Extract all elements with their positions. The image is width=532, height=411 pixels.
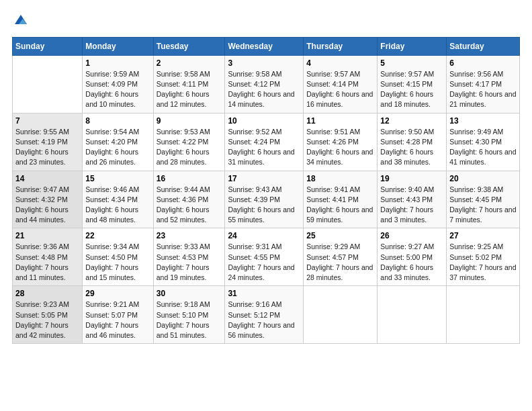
header-cell-thursday: Thursday — [304, 37, 378, 55]
calendar-cell: 7Sunrise: 9:55 AMSunset: 4:19 PMDaylight… — [13, 113, 83, 171]
calendar-cell: 25Sunrise: 9:29 AMSunset: 4:57 PMDayligh… — [304, 228, 378, 286]
day-info: Sunrise: 9:46 AMSunset: 4:34 PMDaylight:… — [85, 185, 150, 226]
calendar-cell: 5Sunrise: 9:57 AMSunset: 4:15 PMDaylight… — [378, 55, 447, 113]
day-info: Sunrise: 9:59 AMSunset: 4:09 PMDaylight:… — [85, 69, 150, 110]
header-cell-wednesday: Wednesday — [225, 37, 304, 55]
day-info: Sunrise: 9:57 AMSunset: 4:15 PMDaylight:… — [380, 69, 443, 110]
day-number: 5 — [380, 58, 443, 68]
calendar-cell: 16Sunrise: 9:44 AMSunset: 4:36 PMDayligh… — [153, 171, 225, 228]
calendar-cell: 2Sunrise: 9:58 AMSunset: 4:11 PMDaylight… — [153, 55, 225, 113]
day-number: 1 — [85, 58, 150, 68]
calendar-cell: 12Sunrise: 9:50 AMSunset: 4:28 PMDayligh… — [378, 113, 447, 171]
header-cell-tuesday: Tuesday — [153, 37, 225, 55]
header-cell-monday: Monday — [83, 37, 153, 55]
calendar-cell: 23Sunrise: 9:33 AMSunset: 4:53 PMDayligh… — [153, 228, 225, 286]
day-number: 23 — [157, 231, 222, 240]
day-number: 26 — [380, 231, 443, 240]
day-info: Sunrise: 9:52 AMSunset: 4:24 PMDaylight:… — [228, 127, 300, 168]
day-number: 14 — [15, 174, 79, 183]
day-info: Sunrise: 9:18 AMSunset: 5:10 PMDaylight:… — [157, 300, 222, 340]
logo — [12, 12, 28, 30]
day-info: Sunrise: 9:25 AMSunset: 5:02 PMDaylight:… — [449, 242, 517, 283]
day-info: Sunrise: 9:44 AMSunset: 4:36 PMDaylight:… — [157, 185, 222, 226]
day-number: 11 — [306, 116, 374, 126]
calendar-cell: 20Sunrise: 9:38 AMSunset: 4:45 PMDayligh… — [447, 171, 520, 228]
calendar-header: SundayMondayTuesdayWednesdayThursdayFrid… — [13, 37, 520, 55]
day-info: Sunrise: 9:34 AMSunset: 4:50 PMDaylight:… — [85, 242, 150, 283]
day-number: 13 — [449, 116, 517, 126]
day-info: Sunrise: 9:38 AMSunset: 4:45 PMDaylight:… — [449, 185, 517, 226]
day-info: Sunrise: 9:55 AMSunset: 4:19 PMDaylight:… — [15, 127, 79, 168]
week-row-0: 1Sunrise: 9:59 AMSunset: 4:09 PMDaylight… — [13, 55, 520, 113]
calendar-body: 1Sunrise: 9:59 AMSunset: 4:09 PMDaylight… — [13, 55, 520, 343]
day-info: Sunrise: 9:50 AMSunset: 4:28 PMDaylight:… — [380, 127, 443, 168]
day-number: 3 — [228, 58, 300, 68]
calendar-cell: 30Sunrise: 9:18 AMSunset: 5:10 PMDayligh… — [153, 286, 225, 344]
week-row-1: 7Sunrise: 9:55 AMSunset: 4:19 PMDaylight… — [13, 113, 520, 171]
day-info: Sunrise: 9:27 AMSunset: 5:00 PMDaylight:… — [380, 242, 443, 283]
day-number: 27 — [449, 231, 517, 240]
day-info: Sunrise: 9:41 AMSunset: 4:41 PMDaylight:… — [306, 185, 374, 226]
week-row-2: 14Sunrise: 9:47 AMSunset: 4:32 PMDayligh… — [13, 171, 520, 228]
day-number: 24 — [228, 231, 300, 240]
day-info: Sunrise: 9:40 AMSunset: 4:43 PMDaylight:… — [380, 185, 443, 226]
calendar-cell: 26Sunrise: 9:27 AMSunset: 5:00 PMDayligh… — [378, 228, 447, 286]
day-info: Sunrise: 9:56 AMSunset: 4:17 PMDaylight:… — [449, 69, 517, 110]
header — [12, 12, 520, 30]
header-cell-friday: Friday — [378, 37, 447, 55]
day-info: Sunrise: 9:21 AMSunset: 5:07 PMDaylight:… — [85, 300, 150, 340]
calendar-cell: 4Sunrise: 9:57 AMSunset: 4:14 PMDaylight… — [304, 55, 378, 113]
day-info: Sunrise: 9:31 AMSunset: 4:55 PMDaylight:… — [228, 242, 300, 283]
day-number: 4 — [306, 58, 374, 68]
day-number: 20 — [449, 174, 517, 183]
calendar-cell: 19Sunrise: 9:40 AMSunset: 4:43 PMDayligh… — [378, 171, 447, 228]
day-number: 6 — [449, 58, 517, 68]
calendar-cell: 17Sunrise: 9:43 AMSunset: 4:39 PMDayligh… — [225, 171, 304, 228]
day-number: 8 — [85, 116, 150, 126]
calendar-cell — [378, 286, 447, 344]
day-info: Sunrise: 9:58 AMSunset: 4:12 PMDaylight:… — [228, 69, 300, 110]
calendar-cell: 31Sunrise: 9:16 AMSunset: 5:12 PMDayligh… — [225, 286, 304, 344]
day-info: Sunrise: 9:36 AMSunset: 4:48 PMDaylight:… — [15, 242, 79, 283]
week-row-4: 28Sunrise: 9:23 AMSunset: 5:05 PMDayligh… — [13, 286, 520, 344]
calendar-cell: 24Sunrise: 9:31 AMSunset: 4:55 PMDayligh… — [225, 228, 304, 286]
header-cell-saturday: Saturday — [447, 37, 520, 55]
logo-text — [12, 12, 28, 30]
calendar-cell: 3Sunrise: 9:58 AMSunset: 4:12 PMDaylight… — [225, 55, 304, 113]
page: SundayMondayTuesdayWednesdayThursdayFrid… — [0, 0, 532, 351]
day-info: Sunrise: 9:49 AMSunset: 4:30 PMDaylight:… — [449, 127, 517, 168]
calendar-cell: 11Sunrise: 9:51 AMSunset: 4:26 PMDayligh… — [304, 113, 378, 171]
calendar-cell: 8Sunrise: 9:54 AMSunset: 4:20 PMDaylight… — [83, 113, 153, 171]
calendar-table: SundayMondayTuesdayWednesdayThursdayFrid… — [12, 37, 520, 344]
calendar-cell: 14Sunrise: 9:47 AMSunset: 4:32 PMDayligh… — [13, 171, 83, 228]
day-number: 12 — [380, 116, 443, 126]
day-number: 21 — [15, 231, 79, 240]
day-number: 19 — [380, 174, 443, 183]
day-info: Sunrise: 9:16 AMSunset: 5:12 PMDaylight:… — [228, 300, 300, 340]
day-number: 9 — [157, 116, 222, 126]
calendar-cell: 1Sunrise: 9:59 AMSunset: 4:09 PMDaylight… — [83, 55, 153, 113]
day-number: 25 — [306, 231, 374, 240]
calendar-cell: 29Sunrise: 9:21 AMSunset: 5:07 PMDayligh… — [83, 286, 153, 344]
day-number: 30 — [157, 289, 222, 298]
header-cell-sunday: Sunday — [13, 37, 83, 55]
day-info: Sunrise: 9:29 AMSunset: 4:57 PMDaylight:… — [306, 242, 374, 283]
day-number: 2 — [157, 58, 222, 68]
day-info: Sunrise: 9:53 AMSunset: 4:22 PMDaylight:… — [157, 127, 222, 168]
day-number: 7 — [15, 116, 79, 126]
day-info: Sunrise: 9:57 AMSunset: 4:14 PMDaylight:… — [306, 69, 374, 110]
day-number: 16 — [157, 174, 222, 183]
calendar-cell — [304, 286, 378, 344]
day-number: 18 — [306, 174, 374, 183]
calendar-cell: 27Sunrise: 9:25 AMSunset: 5:02 PMDayligh… — [447, 228, 520, 286]
day-number: 22 — [85, 231, 150, 240]
calendar-cell: 21Sunrise: 9:36 AMSunset: 4:48 PMDayligh… — [13, 228, 83, 286]
calendar-cell: 6Sunrise: 9:56 AMSunset: 4:17 PMDaylight… — [447, 55, 520, 113]
logo-icon — [13, 12, 28, 27]
calendar-cell: 22Sunrise: 9:34 AMSunset: 4:50 PMDayligh… — [83, 228, 153, 286]
day-info: Sunrise: 9:43 AMSunset: 4:39 PMDaylight:… — [228, 185, 300, 226]
calendar-cell — [447, 286, 520, 344]
header-row: SundayMondayTuesdayWednesdayThursdayFrid… — [13, 37, 520, 55]
day-info: Sunrise: 9:23 AMSunset: 5:05 PMDaylight:… — [15, 300, 79, 340]
day-number: 29 — [85, 289, 150, 298]
